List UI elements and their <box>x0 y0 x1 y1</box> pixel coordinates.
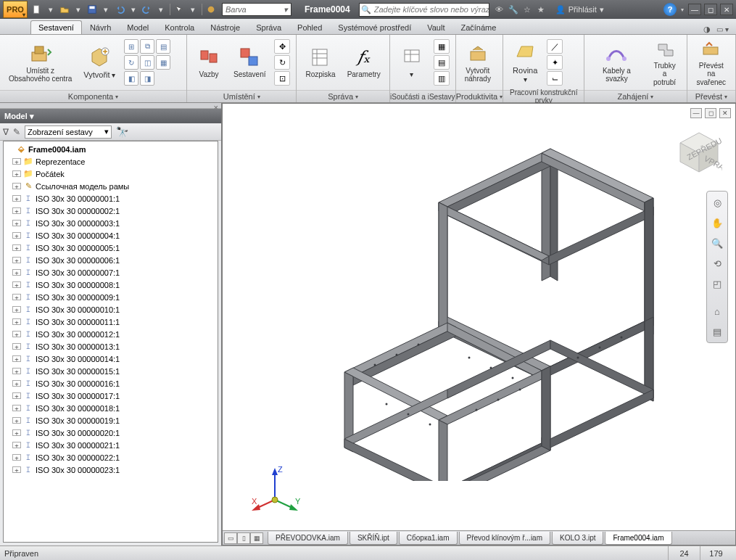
viewport-minimize-icon[interactable]: — <box>690 108 702 118</box>
tree-part-node[interactable]: +𝙸ISO 30x 30 00000020:1 <box>4 427 218 439</box>
replace-icon[interactable]: ↻ <box>124 55 138 70</box>
tree-part-node[interactable]: +𝙸ISO 30x 30 00000013:1 <box>4 340 218 353</box>
tab-navrh[interactable]: Návrh <box>82 20 119 34</box>
tree-part-node[interactable]: +𝙸ISO 30x 30 00000023:1 <box>4 464 218 476</box>
tree-part-node[interactable]: +𝙸ISO 30x 30 00000010:1 <box>4 303 218 316</box>
tab-model[interactable]: Model <box>119 20 157 34</box>
convert-weldment-button[interactable]: Převést na svařenec <box>692 37 731 88</box>
app-logo[interactable]: PRO <box>3 1 28 18</box>
assemble-button[interactable]: Sestavení <box>229 37 270 88</box>
viewport-close-icon[interactable]: ✕ <box>719 108 731 118</box>
find-icon[interactable]: 🔭 <box>116 126 128 138</box>
ipart-btn2-icon[interactable]: ▤ <box>434 55 450 70</box>
help-button[interactable]: ? <box>663 3 677 16</box>
signin-button[interactable]: 👤 Přihlásit ▾ <box>551 5 608 15</box>
tree-part-node[interactable]: +𝙸ISO 30x 30 00000018:1 <box>4 402 218 414</box>
tree-part-node[interactable]: +𝙸ISO 30x 30 00000011:1 <box>4 316 218 328</box>
tree-part-node[interactable]: +𝙸ISO 30x 30 00000004:1 <box>4 229 218 242</box>
home-view-icon[interactable]: ⌂ <box>709 303 725 319</box>
select-dropdown[interactable]: ▾ <box>186 3 199 16</box>
color-combo[interactable]: Barva▾ <box>222 3 291 16</box>
icomponent-button[interactable]: ▾ <box>394 37 429 88</box>
fullnav-icon[interactable]: ▤ <box>709 324 725 339</box>
doc-tab[interactable]: Převod klínovým ř...iam <box>459 532 550 545</box>
appearance-icon[interactable]: ◑ <box>703 25 711 34</box>
doc-tab[interactable]: Frame0004.iam <box>605 532 671 545</box>
close-button[interactable]: ✕ <box>720 4 733 15</box>
tree-part-node[interactable]: +𝙸ISO 30x 30 00000009:1 <box>4 291 218 303</box>
save-dropdown[interactable]: ▾ <box>99 3 112 16</box>
save-icon[interactable] <box>86 3 99 16</box>
create-substitutes-button[interactable]: Vytvořit náhrady <box>460 37 495 88</box>
key-icon[interactable]: 🔧 <box>508 4 519 15</box>
undo-dropdown[interactable]: ▾ <box>127 3 140 16</box>
parameters-button[interactable]: 𝑓ₓ Parametry <box>343 37 385 88</box>
pan-icon[interactable]: ✋ <box>709 215 725 231</box>
help-dropdown[interactable]: ▾ <box>681 7 684 13</box>
panel-label-sprava[interactable]: Správa▾ <box>297 90 389 102</box>
tree-part-node[interactable]: +𝙸ISO 30x 30 00000001:1 <box>4 192 218 205</box>
move-icon[interactable]: ✥ <box>274 39 290 54</box>
constraints-button[interactable]: Vazby <box>191 37 226 88</box>
tree-part-node[interactable]: +𝙸ISO 30x 30 00000007:1 <box>4 266 218 279</box>
filter-icon[interactable]: ∇ <box>3 127 9 137</box>
ucs-icon[interactable]: ⌙ <box>547 71 563 86</box>
tab-zaciname[interactable]: Začínáme <box>452 20 504 34</box>
tree-part-node[interactable]: +𝙸ISO 30x 30 00000015:1 <box>4 365 218 377</box>
tree-part-node[interactable]: +𝙸ISO 30x 30 00000002:1 <box>4 205 218 217</box>
tree-node[interactable]: +📁Počátek <box>4 168 218 180</box>
create-component-button[interactable]: Vytvořit ▾ <box>79 37 120 88</box>
tree-node[interactable]: +📁Reprezentace <box>4 155 218 168</box>
axis-icon[interactable]: ／ <box>547 39 563 54</box>
browser-header[interactable]: Model ▾ <box>0 109 221 123</box>
orbit-icon[interactable]: ⟲ <box>709 255 725 271</box>
plane-button[interactable]: Rovina▾ <box>508 37 542 88</box>
layout-btn3-icon[interactable]: ▦ <box>250 532 263 544</box>
panel-label-zahajeni[interactable]: Zahájení▾ <box>584 90 686 102</box>
minimize-button[interactable]: — <box>688 4 701 15</box>
maximize-button[interactable]: ◻ <box>704 4 717 15</box>
new-icon[interactable] <box>30 3 44 16</box>
favorite-icon[interactable]: ★ <box>535 4 547 15</box>
tree-part-node[interactable]: +𝙸ISO 30x 30 00000021:1 <box>4 439 218 451</box>
tab-pohled[interactable]: Pohled <box>289 20 330 34</box>
cables-button[interactable]: Kabely a svazky <box>589 37 644 88</box>
tree-part-node[interactable]: +𝙸ISO 30x 30 00000022:1 <box>4 451 218 464</box>
steering-wheel-icon[interactable]: ◎ <box>709 194 725 210</box>
redo-dropdown[interactable]: ▾ <box>154 3 168 16</box>
redo-icon[interactable] <box>141 3 154 16</box>
undo-icon[interactable] <box>113 3 126 16</box>
grip-snap-icon[interactable]: ⊡ <box>274 71 290 86</box>
tab-nastroje[interactable]: Nástroje <box>202 20 248 34</box>
tree-part-node[interactable]: +𝙸ISO 30x 30 00000006:1 <box>4 254 218 266</box>
new-dropdown[interactable]: ▾ <box>44 3 57 16</box>
tab-sestaveni[interactable]: Sestavení <box>30 20 82 34</box>
material-icon[interactable] <box>204 3 218 16</box>
pattern-icon[interactable]: ⊞ <box>124 39 138 54</box>
viewport[interactable]: — ◻ ✕ ZEPŘEDU VPRAVO ◎ ✋ 🔍 ⟲ ◰ ⌂ <box>222 103 736 545</box>
ipart-btn1-icon[interactable]: ▦ <box>434 39 450 54</box>
browser-view-combo[interactable]: Zobrazení sestavy▾ <box>25 125 112 139</box>
tree-part-node[interactable]: +𝙸ISO 30x 30 00000012:1 <box>4 328 218 340</box>
comp-btn7-icon[interactable]: ◧ <box>124 71 138 86</box>
ipart-btn3-icon[interactable]: ▥ <box>434 71 450 86</box>
point-icon[interactable]: ✦ <box>547 55 563 70</box>
tree-node[interactable]: +✎Ссылочная модель рамы <box>4 180 218 192</box>
tree-root[interactable]: ⬙ Frame0004.iam <box>4 143 218 155</box>
tree-part-node[interactable]: +𝙸ISO 30x 30 00000019:1 <box>4 414 218 427</box>
search-box[interactable]: 🔍 <box>359 3 489 17</box>
tree-part-node[interactable]: +𝙸ISO 30x 30 00000017:1 <box>4 390 218 402</box>
mirror-icon[interactable]: ▤ <box>156 39 170 54</box>
binoculars-icon[interactable]: 👁 <box>494 4 505 15</box>
open-icon[interactable] <box>58 3 71 16</box>
doc-tab[interactable]: PŘEVODOVKA.iam <box>268 532 348 545</box>
tree-part-node[interactable]: +𝙸ISO 30x 30 00000016:1 <box>4 377 218 390</box>
tab-vault[interactable]: Vault <box>419 20 452 34</box>
make-layout-icon[interactable]: ▦ <box>156 55 170 70</box>
bom-button[interactable]: Rozpiska <box>301 37 339 88</box>
layout-btn1-icon[interactable]: ▭ <box>224 532 237 544</box>
comm-icon[interactable]: ☆ <box>521 4 533 15</box>
panel-label-prevest[interactable]: Převést▾ <box>687 90 735 102</box>
place-from-content-center-button[interactable]: Umístit z Obsahového centra <box>4 37 76 88</box>
shrinkwrap-icon[interactable]: ◫ <box>140 55 154 70</box>
